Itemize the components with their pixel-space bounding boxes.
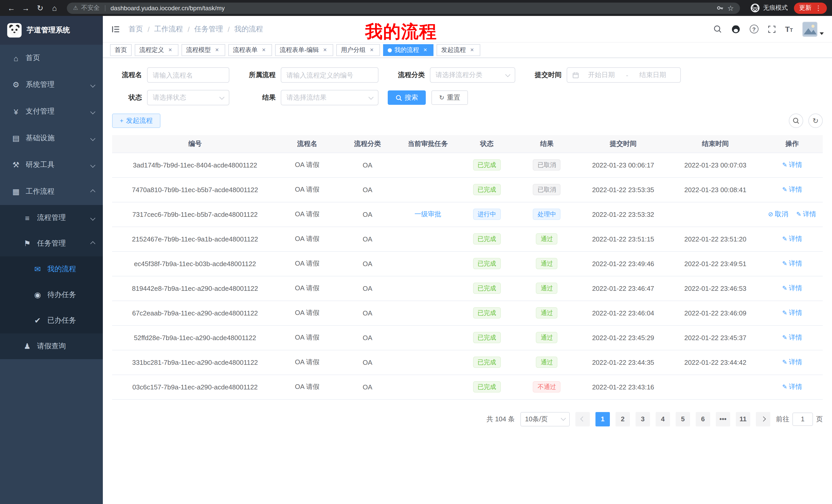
tab-process-definition[interactable]: 流程定义× — [135, 44, 178, 56]
browser-reload-button[interactable]: ↻ — [34, 2, 46, 14]
incognito-badge: 无痕模式 — [750, 3, 788, 13]
sidebar-item-home[interactable]: ⌂ 首页 — [0, 45, 103, 72]
browser-menu-icon[interactable]: ⋮ — [815, 4, 822, 12]
tab-process-form[interactable]: 流程表单× — [228, 44, 272, 56]
detail-button[interactable]: ✎详情 — [782, 382, 802, 391]
page-button-2[interactable]: 2 — [616, 412, 630, 426]
sidebar-item-devtools[interactable]: ⚒ 研发工具 — [0, 151, 103, 178]
cell-category: OA — [336, 177, 398, 202]
hamburger-icon[interactable] — [111, 24, 120, 34]
page-button-6[interactable]: 6 — [696, 412, 710, 426]
detail-button[interactable]: ✎详情 — [782, 185, 802, 194]
cell-id: 331bc281-7b9a-11ec-a290-acde48001122 — [112, 350, 278, 374]
close-icon[interactable]: × — [321, 47, 329, 54]
close-icon[interactable]: × — [422, 47, 429, 54]
close-icon[interactable]: × — [166, 47, 174, 54]
more-pages-button[interactable]: ••• — [716, 412, 730, 426]
close-icon[interactable]: × — [368, 47, 375, 54]
cancel-button[interactable]: ⊘取消 — [768, 209, 788, 219]
sidebar-item-infrastructure[interactable]: ▤ 基础设施 — [0, 125, 103, 151]
reset-button[interactable]: ↻ 重置 — [432, 90, 468, 105]
goto-page-input[interactable] — [792, 412, 813, 426]
detail-button[interactable]: ✎详情 — [782, 160, 802, 170]
help-icon[interactable]: ? — [750, 25, 758, 33]
search-icon[interactable] — [713, 25, 722, 33]
initiate-process-button[interactable]: + 发起流程 — [112, 114, 160, 128]
detail-button[interactable]: ✎详情 — [782, 308, 802, 317]
search-button[interactable]: 搜索 — [388, 90, 426, 105]
detail-button[interactable]: ✎详情 — [782, 333, 802, 342]
page-size-select[interactable]: 10条/页 — [520, 412, 570, 426]
breadcrumb-workflow[interactable]: 工作流程 — [154, 24, 183, 34]
breadcrumb-home[interactable]: 首页 — [129, 24, 143, 34]
detail-button[interactable]: ✎详情 — [782, 259, 802, 268]
cell-submit-time: 2022-01-22 23:49:46 — [577, 251, 669, 276]
prev-page-button[interactable] — [575, 412, 590, 426]
key-icon[interactable] — [717, 4, 724, 12]
cell-process-name: OA 请假 — [278, 301, 336, 325]
cell-current-task — [398, 350, 457, 374]
home-icon: ⌂ — [10, 54, 22, 62]
edit-icon: ✎ — [782, 162, 787, 168]
result-select[interactable]: 请选择流结果 — [281, 90, 379, 105]
refresh-button[interactable]: ↻ — [808, 114, 823, 128]
sidebar-item-leave-query[interactable]: ♟ 请假查询 — [0, 333, 103, 359]
caret-down-icon — [820, 32, 824, 35]
tab-user-group[interactable]: 用户分组× — [336, 44, 380, 56]
cell-process-name: OA 请假 — [278, 202, 336, 227]
page-button-1[interactable]: 1 — [595, 412, 610, 426]
page-button-4[interactable]: 4 — [656, 412, 670, 426]
sidebar-item-system[interactable]: ⚙ 系统管理 — [0, 72, 103, 98]
breadcrumb-task-management[interactable]: 任务管理 — [194, 24, 223, 34]
app-logo[interactable]: 芋道管理系统 — [0, 16, 103, 45]
address-bar[interactable]: ⚠ 不安全 dashboard.yudao.iocoder.cn/bpm/tas… — [67, 2, 740, 13]
cell-current-task — [398, 227, 457, 251]
chevron-down-icon — [90, 215, 95, 220]
tab-process-form-edit[interactable]: 流程表单-编辑× — [275, 44, 333, 56]
cell-category: OA — [336, 350, 398, 374]
process-name-input[interactable] — [147, 67, 229, 83]
page-button-5[interactable]: 5 — [676, 412, 690, 426]
close-icon[interactable]: × — [468, 47, 476, 54]
status-select[interactable]: 请选择状态 — [147, 90, 229, 105]
edit-icon: ✎ — [782, 334, 787, 341]
cell-submit-time: 2022-01-22 23:43:16 — [577, 374, 669, 399]
update-button[interactable]: 更新 ⋮ — [794, 2, 827, 13]
browser-forward-button[interactable]: → — [20, 2, 32, 14]
process-def-input[interactable] — [281, 67, 379, 83]
fullscreen-icon[interactable] — [768, 25, 776, 33]
next-page-button[interactable] — [756, 412, 770, 426]
page-button-11[interactable]: 11 — [736, 412, 750, 426]
current-task-link[interactable]: 一级审批 — [414, 210, 441, 218]
flag-icon: ⚑ — [22, 239, 33, 248]
sidebar-item-task-management[interactable]: ⚑ 任务管理 — [0, 231, 103, 256]
browser-home-button[interactable]: ⌂ — [48, 2, 61, 14]
page-button-3[interactable]: 3 — [635, 412, 650, 426]
close-icon[interactable]: × — [213, 47, 220, 54]
user-avatar[interactable] — [802, 21, 824, 37]
submit-time-range-input[interactable]: 开始日期 - 结束日期 — [567, 67, 681, 83]
detail-button[interactable]: ✎详情 — [782, 234, 802, 244]
sidebar-item-todo-tasks[interactable]: ◉ 待办任务 — [0, 282, 103, 308]
tab-initiate-process[interactable]: 发起流程× — [437, 44, 480, 56]
sidebar-item-workflow[interactable]: ▦ 工作流程 — [0, 178, 103, 205]
github-icon[interactable] — [731, 24, 740, 34]
category-select[interactable]: 请选择流程分类 — [430, 67, 515, 83]
toggle-search-button[interactable] — [789, 114, 803, 128]
sidebar-item-payment[interactable]: ¥ 支付管理 — [0, 98, 103, 125]
chevron-down-icon — [561, 416, 566, 421]
sidebar-item-done-tasks[interactable]: ✔ 已办任务 — [0, 308, 103, 333]
bookmark-star-icon[interactable]: ☆ — [727, 4, 734, 12]
result-tag: 不通过 — [533, 381, 561, 393]
detail-button[interactable]: ✎详情 — [796, 209, 816, 219]
detail-button[interactable]: ✎详情 — [782, 284, 802, 293]
detail-button[interactable]: ✎详情 — [782, 358, 802, 367]
tab-my-process[interactable]: 我的流程× — [383, 44, 434, 56]
font-size-icon[interactable]: TT — [785, 25, 793, 33]
sidebar-item-my-process[interactable]: ✉ 我的流程 — [0, 256, 103, 282]
browser-back-button[interactable]: ← — [5, 2, 18, 14]
sidebar-item-process-management[interactable]: ≡ 流程管理 — [0, 205, 103, 231]
tab-process-model[interactable]: 流程模型× — [182, 44, 225, 56]
close-icon[interactable]: × — [260, 47, 267, 54]
tab-home[interactable]: 首页 — [110, 44, 132, 56]
